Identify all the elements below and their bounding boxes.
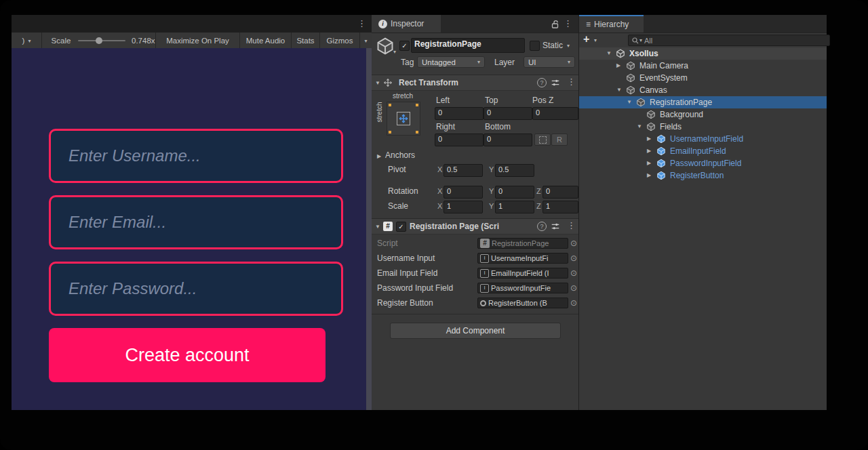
hierarchy-item-passwordinputfield[interactable]: ▶ PasswordInputField bbox=[579, 157, 827, 169]
inspector-menu-icon[interactable]: ⋮ bbox=[564, 19, 572, 28]
static-checkbox[interactable] bbox=[530, 41, 540, 51]
info-icon: i bbox=[378, 20, 387, 28]
rotation-x-input[interactable]: 0 bbox=[443, 186, 483, 199]
unity-scene-icon bbox=[616, 49, 625, 58]
email-input-field[interactable]: Enter Email... bbox=[49, 195, 343, 249]
expand-arrow-icon[interactable]: ▶ bbox=[616, 63, 620, 68]
foldout-arrow-icon[interactable]: ▼ bbox=[375, 224, 380, 230]
gameobject-cube-icon bbox=[646, 122, 656, 131]
object-picker-icon[interactable]: ⊙ bbox=[570, 254, 577, 262]
bottom-input[interactable]: 0 bbox=[484, 134, 532, 146]
foldout-arrow-icon[interactable]: ▼ bbox=[375, 80, 380, 86]
script-enabled-checkbox[interactable]: ✓ bbox=[396, 222, 406, 232]
hierarchy-icon: ≡ bbox=[586, 20, 591, 29]
script-object-field[interactable]: # RegistrationPage bbox=[477, 238, 568, 249]
search-filter-arrow[interactable]: ▾ bbox=[639, 37, 642, 43]
hierarchy-item-scene[interactable]: ▼ Xsollus bbox=[579, 47, 827, 60]
registration-page-script-header[interactable]: ▼ # ✓ Registration Page (Scri ? ⋮ bbox=[372, 218, 578, 234]
inspector-panel: i Inspector ⋮ ▾ ✓ RegistrationPage Stati… bbox=[372, 15, 578, 410]
collapse-arrow-icon[interactable]: ▼ bbox=[616, 87, 622, 93]
object-picker-icon[interactable]: ⊙ bbox=[570, 284, 577, 292]
stats-button[interactable]: Stats bbox=[292, 33, 319, 49]
right-label: Right bbox=[436, 122, 455, 131]
gameobject-name-input[interactable]: RegistrationPage bbox=[411, 38, 525, 53]
tab-hierarchy[interactable]: ≡ Hierarchy bbox=[579, 15, 644, 33]
add-component-button[interactable]: Add Component bbox=[390, 323, 561, 339]
collapse-arrow-icon[interactable]: ▼ bbox=[637, 124, 642, 129]
pivot-y-input[interactable]: 0.5 bbox=[495, 164, 534, 177]
gameobject-cube-icon[interactable] bbox=[376, 37, 395, 56]
register-button-object-field[interactable]: RegisterButton (B bbox=[477, 298, 568, 308]
scale-x-input[interactable]: 1 bbox=[443, 201, 483, 213]
help-icon[interactable]: ? bbox=[537, 222, 547, 231]
scale-slider-track[interactable] bbox=[78, 40, 125, 41]
mute-audio-button[interactable]: Mute Audio bbox=[240, 33, 291, 49]
scale-slider-knob[interactable] bbox=[96, 37, 102, 44]
create-dropdown-arrow[interactable]: ▾ bbox=[594, 37, 597, 43]
unlock-icon[interactable] bbox=[551, 20, 559, 29]
rotation-y-input[interactable]: 0 bbox=[495, 186, 534, 199]
email-input-object-field[interactable]: I EmailInputField (I bbox=[477, 268, 568, 279]
posz-input[interactable]: 0 bbox=[532, 107, 578, 120]
left-input[interactable]: 0 bbox=[435, 107, 484, 120]
username-input-field[interactable]: Enter Username... bbox=[49, 129, 343, 183]
presets-icon[interactable] bbox=[551, 222, 560, 231]
maximize-on-play-button[interactable]: Maximize On Play bbox=[156, 33, 239, 49]
rect-transform-header[interactable]: ▼ Rect Transform ? ⋮ bbox=[372, 75, 578, 91]
anchor-preset-widget[interactable] bbox=[387, 102, 420, 136]
component-menu-icon[interactable]: ⋮ bbox=[567, 77, 576, 86]
password-input-object-field[interactable]: I PasswordInputFie bbox=[477, 283, 568, 293]
collapse-arrow-icon[interactable]: ▼ bbox=[606, 51, 612, 56]
object-picker-icon[interactable]: ⊙ bbox=[570, 299, 577, 307]
expand-arrow-icon[interactable]: ▶ bbox=[647, 161, 651, 166]
display-dropdown[interactable]: ) ▾ bbox=[12, 33, 41, 49]
help-icon[interactable]: ? bbox=[537, 78, 547, 87]
object-picker-icon[interactable]: ⊙ bbox=[570, 269, 577, 277]
game-view-scrollbar[interactable] bbox=[366, 48, 372, 410]
gameobject-icon-dropdown[interactable]: ▾ bbox=[393, 49, 396, 55]
game-panel-menu-icon[interactable]: ⋮ bbox=[357, 19, 366, 28]
tag-dropdown[interactable]: Untagged ▾ bbox=[417, 56, 485, 68]
hierarchy-item-usernameinputfield[interactable]: ▶ UsernameInputField bbox=[579, 133, 827, 145]
component-menu-icon[interactable]: ⋮ bbox=[567, 221, 576, 230]
username-input-object-field[interactable]: I UsernameInputFi bbox=[477, 253, 568, 264]
expand-arrow-icon[interactable]: ▶ bbox=[647, 148, 651, 154]
expand-arrow-icon[interactable]: ▶ bbox=[647, 173, 651, 178]
pivot-x-input[interactable]: 0.5 bbox=[443, 164, 483, 177]
anchors-label[interactable]: Anchors bbox=[385, 150, 415, 160]
top-input[interactable]: 0 bbox=[484, 107, 532, 120]
layer-dropdown[interactable]: UI ▾ bbox=[524, 56, 575, 68]
password-input-field[interactable]: Enter Password... bbox=[49, 262, 343, 316]
hierarchy-item-emailinputfield[interactable]: ▶ EmailInputField bbox=[579, 145, 827, 157]
rotation-z-input[interactable]: 0 bbox=[542, 186, 578, 199]
hierarchy-item-main-camera[interactable]: ▶ Main Camera bbox=[579, 60, 827, 72]
right-input[interactable]: 0 bbox=[435, 134, 484, 146]
gizmos-button[interactable]: Gizmos bbox=[320, 33, 359, 49]
scale-y-input[interactable]: 1 bbox=[495, 201, 534, 213]
hierarchy-item-background[interactable]: Background bbox=[579, 108, 827, 121]
blueprint-mode-button[interactable] bbox=[534, 134, 551, 146]
active-checkbox[interactable]: ✓ bbox=[399, 41, 410, 51]
tab-inspector[interactable]: i Inspector bbox=[372, 15, 441, 33]
scale-z-input[interactable]: 1 bbox=[542, 201, 578, 213]
username-placeholder: Enter Username... bbox=[68, 146, 201, 165]
presets-icon[interactable] bbox=[551, 78, 560, 87]
hierarchy-item-fields[interactable]: ▼ Fields bbox=[579, 121, 827, 133]
gameobject-cube-icon bbox=[626, 85, 635, 95]
gizmos-dropdown-arrow[interactable]: ▾ bbox=[360, 33, 372, 49]
hierarchy-item-registrationpage[interactable]: ▼ RegistrationPage bbox=[579, 96, 827, 108]
hierarchy-item-canvas[interactable]: ▼ Canvas bbox=[579, 84, 827, 96]
create-account-button[interactable]: Create account bbox=[49, 328, 326, 382]
scale-slider[interactable] bbox=[77, 33, 127, 49]
hierarchy-item-registerbutton[interactable]: ▶ RegisterButton bbox=[579, 169, 827, 182]
collapse-arrow-icon[interactable]: ▼ bbox=[627, 100, 632, 105]
hierarchy-item-eventsystem[interactable]: EventSystem bbox=[579, 72, 827, 84]
create-object-button[interactable]: + bbox=[583, 33, 589, 46]
anchors-foldout-icon[interactable]: ▶ bbox=[377, 153, 381, 159]
raw-edit-mode-button[interactable]: R bbox=[551, 134, 568, 146]
script-icon: # bbox=[383, 222, 393, 231]
expand-arrow-icon[interactable]: ▶ bbox=[647, 136, 651, 142]
object-picker-icon[interactable]: ⊙ bbox=[570, 239, 577, 247]
hierarchy-search-input[interactable]: ▾ All bbox=[628, 35, 830, 46]
static-dropdown-arrow[interactable]: ▾ bbox=[567, 43, 570, 49]
